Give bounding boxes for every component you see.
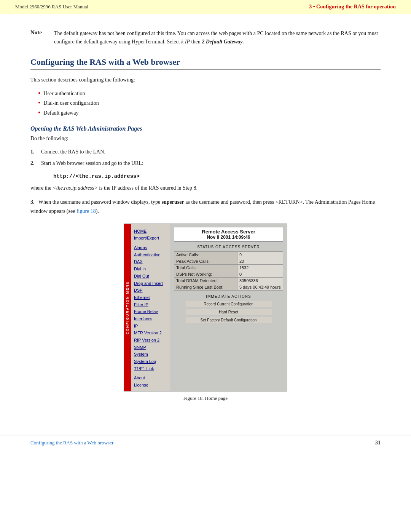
subsection-heading: Opening the RAS Web Administration Pages: [30, 125, 381, 132]
menu-link-system[interactable]: System: [134, 351, 170, 358]
panel-title-box: Remote Access Server Nov 8 2001 14:09:46: [174, 227, 283, 242]
header-bar: Model 2960/2996 RAS User Manual 3 • Conf…: [0, 0, 411, 14]
status-value: 30506336: [237, 277, 283, 284]
menu-link-authentication[interactable]: Authentication: [134, 251, 170, 259]
menu-link-dropinsert[interactable]: Drop and Insert: [134, 280, 170, 287]
menu-link-dsp[interactable]: DSP: [134, 287, 170, 294]
panel-title-main: Remote Access Server: [177, 229, 280, 235]
status-label: Active Calls:: [174, 251, 237, 258]
menu-link-ripv2[interactable]: RIP Version 2: [134, 337, 170, 344]
header-right: 3 • Configuring the RAS for operation: [309, 4, 396, 10]
status-row: Total Calls:1532: [174, 264, 283, 271]
status-value: 0: [237, 271, 283, 277]
action-buttons-container: Record Current ConfigurationHard ResetSe…: [174, 301, 283, 323]
figure-container: CONFIGURATION MENU HOME Import/Export Al…: [30, 224, 381, 401]
action-button[interactable]: Hard Reset: [185, 309, 272, 315]
menu-link-systemlog[interactable]: System Log: [134, 358, 170, 365]
action-button[interactable]: Set Factory Default Configuration: [185, 317, 272, 323]
bullet-list: User authentication Dial-in user configu…: [30, 89, 381, 118]
menu-link-t1e1[interactable]: T1/E1 Link: [134, 365, 170, 372]
status-row: Running Since Last Boot:5 days 06:43:49 …: [174, 284, 283, 290]
note-text: The default gateway has not been configu…: [54, 29, 381, 46]
figure-link[interactable]: figure 18: [76, 208, 96, 214]
main-content: Note The default gateway has not been co…: [0, 14, 411, 428]
status-label: Running Since Last Boot:: [174, 284, 237, 290]
actions-section-title: IMMEDIATE ACTIONS: [174, 294, 283, 299]
status-label: DSPs Not Working:: [174, 271, 237, 277]
note-label: Note: [30, 29, 47, 46]
status-row: Peak Active Calls:20: [174, 258, 283, 264]
menu-link-ethernet[interactable]: Ethernet: [134, 294, 170, 301]
status-label: Peak Active Calls:: [174, 258, 237, 264]
figure-caption: Figure 18. Home page: [183, 395, 228, 401]
footer-right: 31: [375, 440, 381, 446]
code-block: http://<the.ras.ip.address>: [53, 173, 381, 179]
status-table: Active Calls:9Peak Active Calls:20Total …: [174, 251, 283, 291]
status-section-title: STATUS OF ACCESS SERVER: [174, 245, 283, 249]
menu-link-home[interactable]: HOME: [134, 228, 170, 235]
status-value: 1532: [237, 264, 283, 271]
section-heading: Configuring the RAS with a Web browser: [30, 57, 381, 70]
intro-text: This section describes configuring the f…: [30, 76, 381, 84]
sidebar-vertical-label: CONFIGURATION MENU: [124, 224, 131, 391]
status-value: 5 days 06:43:49 hours: [237, 284, 283, 290]
list-item: 2. Start a Web browser session and go to…: [30, 159, 381, 168]
menu-link-alarms[interactable]: Alarms: [134, 244, 170, 251]
status-label: Total DRAM Detected:: [174, 277, 237, 284]
panel: Remote Access Server Nov 8 2001 14:09:46…: [170, 224, 287, 391]
status-row: Total DRAM Detected:30506336: [174, 277, 283, 284]
status-label: Total Calls:: [174, 264, 237, 271]
footer-left: Configuring the RAS with a Web browser: [30, 440, 113, 446]
list-item: Dial-in user configuration: [38, 98, 381, 108]
step3-text: 3. When the username and password window…: [30, 198, 381, 216]
menu-link-snmp[interactable]: SNMP: [134, 344, 170, 351]
header-left: Model 2960/2996 RAS User Manual: [15, 4, 88, 10]
list-item: 1. Connect the RAS to the LAN.: [30, 147, 381, 157]
list-item: Default gateway: [38, 108, 381, 118]
menu-link-dax[interactable]: DAX: [134, 258, 170, 265]
status-value: 9: [237, 251, 283, 258]
status-row: DSPs Not Working:0: [174, 271, 283, 277]
menu-link-filterip[interactable]: Filter IP: [134, 301, 170, 308]
panel-title-date: Nov 8 2001 14:09:46: [177, 235, 280, 240]
status-value: 20: [237, 258, 283, 264]
menu-link-ip[interactable]: IP: [134, 323, 170, 330]
do-following: Do the following:: [30, 134, 381, 143]
menu-link-interfaces[interactable]: Interfaces: [134, 315, 170, 323]
list-item: User authentication: [38, 89, 381, 98]
note-box: Note The default gateway has not been co…: [30, 29, 381, 46]
menu-link-dialout[interactable]: Dial Out: [134, 273, 170, 280]
sidebar-links: HOME Import/Export Alarms Authentication…: [124, 226, 170, 389]
ordered-list: 1. Connect the RAS to the LAN. 2. Start …: [30, 147, 381, 168]
sidebar: CONFIGURATION MENU HOME Import/Export Al…: [124, 224, 170, 391]
menu-link-dialin[interactable]: Dial In: [134, 265, 170, 273]
menu-link-about[interactable]: About: [134, 374, 170, 382]
menu-link-importexport[interactable]: Import/Export: [134, 235, 170, 242]
where-text: where the <the.ras.ip.address> is the IP…: [30, 184, 381, 192]
footer: Configuring the RAS with a Web browser 3…: [0, 436, 411, 450]
menu-link-mfrv2[interactable]: MFR Version 2: [134, 329, 170, 337]
menu-link-framerelay[interactable]: Frame Relay: [134, 308, 170, 315]
action-button[interactable]: Record Current Configuration: [185, 301, 272, 307]
screenshot: CONFIGURATION MENU HOME Import/Export Al…: [124, 224, 287, 391]
status-row: Active Calls:9: [174, 251, 283, 258]
menu-link-license[interactable]: License: [134, 382, 170, 389]
